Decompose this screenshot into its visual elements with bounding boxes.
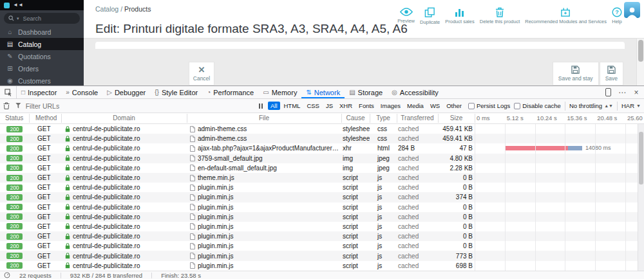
duplicate-button[interactable]: Duplicate — [420, 7, 440, 25]
close-devtools-button[interactable]: × — [630, 86, 643, 98]
tab-accessibility[interactable]: ◎ Accessibility — [387, 86, 443, 98]
table-row[interactable]: 200 GET centrul-de-publicitate.ro 3759-s… — [0, 154, 638, 163]
tab-label: Console — [72, 89, 98, 96]
file-icon — [190, 253, 195, 259]
sidebar-item-catalog[interactable]: ▤ Catalog — [0, 38, 84, 50]
save-and-stay-label: Save and stay — [558, 75, 593, 82]
tab-storage[interactable]: ▤ Storage — [345, 86, 387, 98]
disable-cache-checkbox[interactable]: Disable cache — [514, 102, 561, 109]
file-name: en-default-small_default.jpg — [198, 165, 341, 172]
recommended-modules-button[interactable]: Recommended Modules and Services — [525, 7, 607, 24]
filter-pill[interactable]: JS — [323, 102, 336, 110]
save-and-stay-button[interactable]: Save and stay — [553, 62, 599, 86]
sidebar-item-dashboard[interactable]: ⌂ Dashboard — [0, 26, 84, 38]
persist-logs-checkbox[interactable]: Persist Logs — [468, 102, 510, 109]
filter-pill[interactable]: Images — [378, 102, 403, 110]
help-button[interactable]: ? Help — [612, 7, 622, 24]
table-row[interactable]: 200 GET centrul-de-publicitate.ro plugin… — [0, 251, 638, 260]
tab-console[interactable]: » Console — [61, 86, 102, 98]
column-transferred[interactable]: Transferred — [397, 113, 438, 123]
devtools-scrollbar[interactable] — [638, 124, 644, 271]
tab-performance[interactable]: ◔ Performance — [202, 86, 258, 98]
column-method[interactable]: Method — [29, 113, 61, 123]
column-cause[interactable]: Cause — [341, 113, 370, 123]
filter-pill[interactable]: Fonts — [356, 102, 377, 110]
table-row[interactable]: 200 GET centrul-de-publicitate.ro plugin… — [0, 241, 638, 251]
delete-product-button[interactable]: Delete this product — [480, 7, 520, 24]
devtools-menu-button[interactable]: ⋯ — [616, 86, 629, 98]
table-row[interactable]: 200 GET centrul-de-publicitate.ro plugin… — [0, 212, 638, 222]
table-row[interactable]: 200 GET centrul-de-publicitate.ro ajax-t… — [0, 143, 638, 153]
file-icon — [190, 155, 195, 161]
pick-element-button[interactable] — [0, 86, 17, 98]
preview-button[interactable]: Preview — [397, 7, 415, 24]
table-row[interactable]: 200 GET centrul-de-publicitate.ro plugin… — [0, 183, 638, 192]
table-row[interactable]: 200 GET centrul-de-publicitate.ro plugin… — [0, 192, 638, 202]
trash-icon — [3, 102, 10, 109]
devtools-scrollbar-thumb[interactable] — [639, 132, 643, 184]
performance-analysis-icon[interactable] — [4, 272, 10, 278]
filter-urls-box[interactable] — [14, 102, 254, 111]
waterfall-cell — [475, 203, 638, 212]
breadcrumb-current[interactable]: Products — [124, 5, 151, 13]
file-cell: plugin.min.js — [187, 261, 341, 271]
status-cell: 200 — [0, 134, 29, 143]
page-scrollbar[interactable] — [636, 39, 644, 86]
column-type[interactable]: Type — [370, 113, 397, 123]
sidebar-item-quotations[interactable]: ✎ Quotations — [0, 50, 84, 62]
table-row[interactable]: 200 GET centrul-de-publicitate.ro theme.… — [0, 173, 638, 183]
filter-urls-input[interactable] — [24, 102, 254, 111]
status-cell: 200 — [0, 154, 29, 163]
column-file[interactable]: File — [187, 113, 341, 123]
cause-cell: stylesheet — [341, 134, 370, 143]
table-row[interactable]: 200 GET centrul-de-publicitate.ro plugin… — [0, 203, 638, 212]
method-cell: GET — [29, 241, 61, 251]
collapse-menu-icon[interactable]: ◄◄ — [13, 3, 23, 8]
status-badge: 200 — [6, 243, 22, 249]
har-dropdown[interactable]: HAR ▼ — [621, 102, 641, 109]
filter-pill[interactable]: XHR — [337, 102, 355, 110]
filter-pill[interactable]: CSS — [304, 102, 322, 110]
table-row[interactable]: 200 GET centrul-de-publicitate.ro admin-… — [0, 124, 638, 134]
status-cell: 200 — [0, 203, 29, 212]
responsive-design-mode-button[interactable] — [601, 86, 614, 98]
size-cell: 0 B — [438, 183, 475, 192]
user-avatar[interactable] — [624, 2, 640, 18]
throttling-dropdown[interactable]: No throttling ▲▼ — [569, 102, 613, 109]
search-scope-chevron-icon[interactable]: ▾ — [17, 16, 19, 21]
column-status[interactable]: Status — [0, 113, 29, 123]
table-row[interactable]: 200 GET centrul-de-publicitate.ro en-def… — [0, 163, 638, 173]
table-row[interactable]: 200 GET centrul-de-publicitate.ro plugin… — [0, 261, 638, 271]
transferred-cell: cached — [397, 241, 438, 251]
tab-debugger[interactable]: ▷ Debugger — [102, 86, 150, 98]
table-row[interactable]: 200 GET centrul-de-publicitate.ro admin-… — [0, 134, 638, 143]
tab-network[interactable]: ⇅ Network — [301, 86, 345, 98]
filter-pill[interactable]: All — [268, 102, 280, 110]
tab-inspector[interactable]: □ Inspector — [17, 86, 61, 98]
file-cell: plugin.min.js — [187, 241, 341, 251]
sidebar-search[interactable]: ▾ — [4, 13, 80, 24]
breadcrumb-parent[interactable]: Catalog — [95, 5, 118, 13]
table-row[interactable]: 200 GET centrul-de-publicitate.ro plugin… — [0, 222, 638, 231]
filter-pill[interactable]: Media — [404, 102, 426, 110]
filter-pill[interactable]: HTML — [281, 102, 303, 110]
sidebar-item-orders[interactable]: ⊞ Orders — [0, 62, 84, 75]
search-input[interactable] — [22, 15, 67, 22]
cause-cell: script — [341, 183, 370, 192]
tab-memory[interactable]: ▭ Memory — [258, 86, 301, 98]
table-row[interactable]: 200 GET centrul-de-publicitate.ro plugin… — [0, 231, 638, 241]
page-scrollbar-thumb[interactable] — [638, 40, 643, 62]
save-button[interactable]: Save — [600, 62, 623, 86]
filter-pill[interactable]: Other — [444, 102, 464, 110]
cancel-button[interactable]: ✕ Cancel — [189, 62, 214, 86]
tab-style-editor[interactable]: {} Style Editor — [150, 86, 202, 98]
domain-cell: centrul-de-publicitate.ro — [61, 241, 187, 251]
pause-recording-button[interactable] — [258, 104, 264, 109]
column-size[interactable]: Size — [438, 113, 475, 123]
column-domain[interactable]: Domain — [61, 113, 187, 123]
filter-pill[interactable]: WS — [428, 102, 442, 110]
clear-requests-button[interactable] — [3, 102, 10, 109]
devtools-panel: □ Inspector » Console ▷ Debugger {} Styl… — [0, 86, 644, 279]
product-sales-button[interactable]: Product sales — [445, 7, 474, 24]
status-cell: 200 — [0, 124, 29, 134]
